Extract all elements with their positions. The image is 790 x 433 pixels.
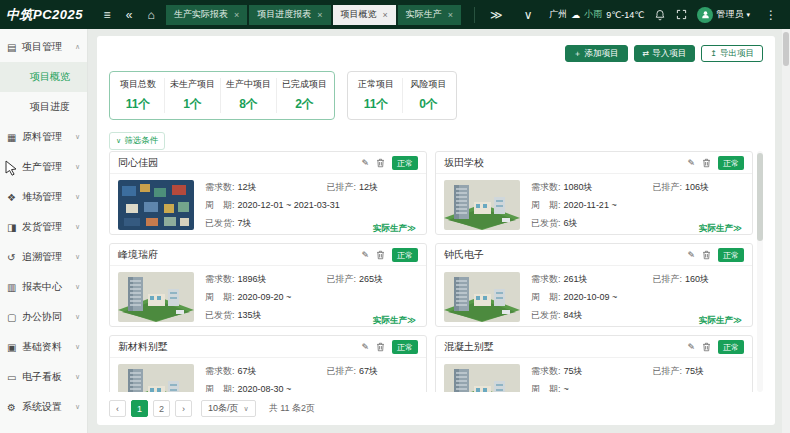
status-badge: 正常 xyxy=(718,156,744,170)
delete-icon[interactable] xyxy=(702,342,711,352)
page-scrollbar[interactable] xyxy=(782,29,790,433)
user-caret-icon: ▾ xyxy=(746,11,750,19)
shipped-value: 6块 xyxy=(564,218,578,228)
card-header: 混凝土别墅 ✎ 正常 xyxy=(436,336,752,358)
menu-icon[interactable]: ≡ xyxy=(96,8,118,22)
cards-scrollbar-thumb[interactable] xyxy=(757,153,763,241)
card-fields: 需求数:1896块 已排产:265块 周 期:2020-09-20 ~ 已发货:… xyxy=(205,272,418,327)
demand-label: 需求数: xyxy=(531,274,561,284)
card-actions: ✎ 正常 xyxy=(687,156,744,170)
expand-panel-icon[interactable]: ≫ xyxy=(485,8,507,22)
stat-value: 0个 xyxy=(408,96,449,113)
sidebar-item[interactable]: ⚙ 系统设置 ∨ xyxy=(0,392,87,422)
actual-production-link[interactable]: 实际生产≫ xyxy=(699,223,742,235)
edit-icon[interactable]: ✎ xyxy=(687,342,695,352)
page-buttons: 1 2 xyxy=(131,400,170,417)
scheduled-field: 已排产:67块 xyxy=(326,365,418,378)
delete-icon[interactable] xyxy=(702,250,711,260)
status-badge: 正常 xyxy=(392,248,418,262)
delete-icon[interactable] xyxy=(702,158,711,168)
page-number-button[interactable]: 1 xyxy=(131,400,148,417)
scheduled-value: 12块 xyxy=(359,182,378,192)
actual-production-link[interactable]: 实际生产≫ xyxy=(373,223,416,235)
collapse-sidebar-icon[interactable]: « xyxy=(118,8,140,22)
tab-close-icon[interactable]: × xyxy=(448,10,453,20)
project-thumbnail xyxy=(118,180,194,230)
sidebar-item-label: 原料管理 xyxy=(22,130,75,144)
tab-close-icon[interactable]: × xyxy=(234,10,239,20)
demand-value: 67块 xyxy=(238,366,257,376)
stat-label: 已完成项目 xyxy=(282,78,327,91)
tab[interactable]: 项目概览 × xyxy=(333,5,396,25)
edit-icon[interactable]: ✎ xyxy=(361,158,369,168)
cloud-icon: ☁ xyxy=(571,10,580,20)
edit-icon[interactable]: ✎ xyxy=(687,250,695,260)
import-icon: ⇄ xyxy=(643,49,650,58)
status-badge: 正常 xyxy=(718,248,744,262)
export-project-button[interactable]: ↥ 导出项目 xyxy=(701,45,763,62)
production-management-icon: ◔ xyxy=(7,162,20,173)
tab-close-icon[interactable]: × xyxy=(317,10,322,20)
stat-label: 生产中项目 xyxy=(226,78,271,91)
demand-label: 需求数: xyxy=(531,366,561,376)
sidebar-item-label: 项目进度 xyxy=(30,100,80,114)
sidebar-item[interactable]: ↺ 追溯管理 ∨ xyxy=(0,242,87,272)
filter-toggle-button[interactable]: ∨ 筛选条件 xyxy=(109,132,165,150)
tab-close-icon[interactable]: × xyxy=(383,10,388,20)
export-icon: ↥ xyxy=(710,49,717,58)
scheduled-value: 265块 xyxy=(359,274,383,284)
sidebar-item[interactable]: ❖ 堆场管理 ∨ xyxy=(0,182,87,212)
sidebar-item[interactable]: ▣ 基础资料 ∨ xyxy=(0,332,87,362)
card-header: 新材料别墅 ✎ 正常 xyxy=(110,336,426,358)
bell-icon[interactable] xyxy=(654,9,666,21)
tab-strip: 生产实际报表 × 项目进度报表 × 项目概览 × 实际生产 × xyxy=(166,5,461,25)
sidebar-item[interactable]: ▥ 报表中心 ∨ xyxy=(0,272,87,302)
sidebar-item[interactable]: ◔ 生产管理 ∨ xyxy=(0,152,87,182)
sidebar-item[interactable]: 项目概览 xyxy=(0,62,87,92)
more-options-icon[interactable]: ⋮ xyxy=(760,8,782,22)
divider xyxy=(474,7,475,23)
dropdown-caret-icon[interactable]: ∨ xyxy=(517,8,539,22)
sidebar-item-label: 办公协同 xyxy=(22,310,75,324)
edit-icon[interactable]: ✎ xyxy=(361,250,369,260)
edit-icon[interactable]: ✎ xyxy=(361,342,369,352)
next-page-button[interactable]: › xyxy=(175,400,192,417)
sidebar-item[interactable]: ▭ 电子看板 ∨ xyxy=(0,362,87,392)
page-number-button[interactable]: 2 xyxy=(153,400,170,417)
tab[interactable]: 实际生产 × xyxy=(398,5,461,25)
shipped-label: 已发货: xyxy=(531,218,561,228)
period-field: 周 期:~ xyxy=(531,383,744,392)
project-thumbnail xyxy=(444,180,520,230)
delete-icon[interactable] xyxy=(376,250,385,260)
sidebar-item[interactable]: ▤ 项目管理 ∧ xyxy=(0,32,87,62)
delete-icon[interactable] xyxy=(376,342,385,352)
user-menu[interactable]: 管理员 ▾ xyxy=(697,7,750,23)
sidebar-item[interactable]: ▢ 办公协同 ∨ xyxy=(0,302,87,332)
sidebar-item[interactable]: 项目进度 xyxy=(0,92,87,122)
add-project-button[interactable]: ＋ 添加项目 xyxy=(565,45,628,62)
actual-production-link[interactable]: 实际生产≫ xyxy=(699,315,742,327)
card-fields: 需求数:1080块 已排产:106块 周 期:2020-11-21 ~ 已发货:… xyxy=(531,180,744,235)
project-thumbnail xyxy=(444,364,520,392)
import-project-button[interactable]: ⇄ 导入项目 xyxy=(634,45,696,62)
card-body: 需求数:75块 已排产:75块 周 期:~ 已发货: xyxy=(436,358,752,392)
sidebar-item[interactable]: ▦ 原料管理 ∨ xyxy=(0,122,87,152)
tab[interactable]: 生产实际报表 × xyxy=(166,5,247,25)
home-icon[interactable]: ⌂ xyxy=(140,8,162,22)
tab[interactable]: 项目进度报表 × xyxy=(249,5,330,25)
demand-value: 1896块 xyxy=(238,274,267,284)
page-scrollbar-thumb[interactable] xyxy=(783,32,789,66)
demand-label: 需求数: xyxy=(205,182,235,192)
content-panel: ＋ 添加项目 ⇄ 导入项目 ↥ 导出项目 项目总数 xyxy=(97,36,775,425)
cards-scrollbar[interactable] xyxy=(757,151,763,392)
fullscreen-icon[interactable] xyxy=(676,9,687,20)
prev-page-button[interactable]: ‹ xyxy=(109,400,126,417)
card-actions: ✎ 正常 xyxy=(361,340,418,354)
card-body: 需求数:1080块 已排产:106块 周 期:2020-11-21 ~ 已发货:… xyxy=(436,174,752,240)
period-value: 2020-12-01 ~ 2021-03-31 xyxy=(238,200,340,210)
delete-icon[interactable] xyxy=(376,158,385,168)
actual-production-link[interactable]: 实际生产≫ xyxy=(373,315,416,327)
page-size-select[interactable]: 10条/页 ∨ xyxy=(201,400,256,417)
edit-icon[interactable]: ✎ xyxy=(687,158,695,168)
sidebar-item[interactable]: ◨ 发货管理 ∨ xyxy=(0,212,87,242)
